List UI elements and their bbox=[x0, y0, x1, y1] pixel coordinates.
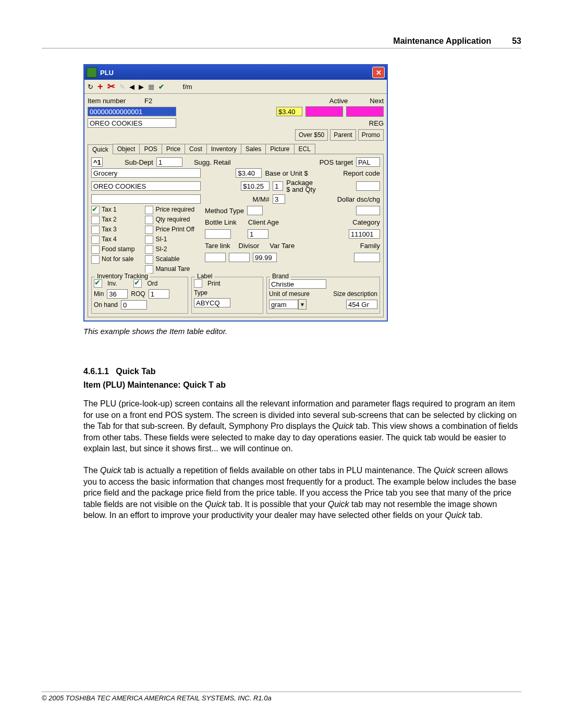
parent-button[interactable]: Parent bbox=[330, 129, 356, 141]
paragraph-1: The PLU (price-look-up) screen contains … bbox=[83, 398, 521, 454]
tab-quick[interactable]: Quick bbox=[88, 144, 113, 154]
add-icon[interactable]: + bbox=[97, 81, 103, 92]
page-number: 53 bbox=[512, 36, 521, 46]
min-field[interactable]: 36 bbox=[107, 289, 128, 299]
brand-field[interactable]: Christie bbox=[269, 279, 326, 289]
tab-price[interactable]: Price bbox=[162, 144, 185, 154]
family-field[interactable] bbox=[354, 253, 380, 262]
subdept-field[interactable]: 1 bbox=[156, 157, 182, 167]
right-fields: Method Type Bottle LinkClient AgeCategor… bbox=[205, 206, 380, 274]
divisor-field[interactable] bbox=[229, 253, 250, 262]
f2-hint: F2 bbox=[144, 97, 152, 105]
item-number-field[interactable]: 00000000000001 bbox=[88, 107, 176, 116]
dollar-dsc-field[interactable] bbox=[356, 206, 380, 215]
page-footer: © 2005 TOSHIBA TEC AMERICA AMERICA RETAI… bbox=[42, 692, 521, 702]
pricereq-checkbox[interactable] bbox=[145, 206, 153, 214]
description-field[interactable]: OREO COOKIES bbox=[88, 118, 176, 128]
report-code-field[interactable] bbox=[356, 181, 380, 191]
dollar-dsc-label: Dollar dsc/chg bbox=[337, 195, 380, 203]
unit-dropdown[interactable]: gram▼ bbox=[269, 299, 307, 310]
print-checkbox[interactable] bbox=[194, 279, 202, 288]
checkbox-col-2: Price required Qty required Price Print … bbox=[145, 206, 194, 274]
bottle-link-field[interactable] bbox=[205, 229, 231, 239]
brand-group: Brand Christie Unit of mesureSize descri… bbox=[266, 277, 380, 314]
item-number-label: Item number bbox=[88, 97, 126, 105]
tab-ecl[interactable]: ECL bbox=[294, 144, 315, 154]
tax1-checkbox[interactable] bbox=[91, 206, 100, 214]
client-age-field[interactable]: 1 bbox=[248, 229, 268, 239]
subdept-label: Sub-Dept bbox=[125, 158, 153, 166]
refresh-icon[interactable]: ↻ bbox=[88, 83, 93, 91]
tab-object[interactable]: Object bbox=[113, 144, 140, 154]
mm-label: M/M# bbox=[253, 195, 270, 203]
over50-button[interactable]: Over $50 bbox=[295, 129, 328, 141]
check-icon[interactable]: ✔ bbox=[158, 83, 164, 91]
reg-label: REG bbox=[369, 119, 384, 127]
section-subtitle: Item (PLU) Maintenance: Quick T ab bbox=[83, 380, 521, 390]
tax3-checkbox[interactable] bbox=[91, 226, 100, 234]
toolbar: ↻ + ✂ ✎ ◀ ▶ ▦ ✔ f/m bbox=[84, 80, 387, 94]
page: Maintenance Application 53 PLU ✕ ↻ + ✂ ✎… bbox=[0, 0, 563, 728]
close-icon[interactable]: ✕ bbox=[372, 67, 385, 78]
si1-checkbox[interactable] bbox=[145, 236, 153, 244]
notforsale-checkbox[interactable] bbox=[91, 255, 100, 264]
scalable-checkbox[interactable] bbox=[145, 255, 153, 264]
tab-picture[interactable]: Picture bbox=[265, 144, 294, 154]
pkg-label: Package $ and Qty bbox=[286, 179, 315, 193]
label-type-field[interactable]: ABYCQ bbox=[194, 298, 230, 307]
subdept-name-field[interactable]: Grocery bbox=[91, 168, 201, 178]
inv-checkbox[interactable] bbox=[94, 279, 102, 288]
priceprintoff-checkbox[interactable] bbox=[145, 226, 153, 234]
tab-pos[interactable]: POS bbox=[139, 144, 162, 154]
qtyreq-checkbox[interactable] bbox=[145, 216, 153, 224]
cut-icon[interactable]: ✂ bbox=[107, 81, 115, 92]
grid-icon[interactable]: ▦ bbox=[148, 83, 154, 91]
prev-icon[interactable]: ◀ bbox=[129, 83, 134, 91]
pos-target-label: POS target bbox=[320, 158, 353, 166]
pkg-price-field[interactable]: $10.25 bbox=[241, 181, 270, 191]
titlebar[interactable]: PLU ✕ bbox=[84, 65, 387, 80]
sugg-retail-label: Sugg. Retail bbox=[194, 158, 231, 166]
base-unit-label: Base or Unit $ bbox=[265, 169, 308, 177]
page-header: Maintenance Application 53 bbox=[42, 36, 521, 48]
roq-field[interactable]: 1 bbox=[149, 289, 169, 299]
desc2-field[interactable]: OREO COOKIES bbox=[91, 181, 201, 191]
checkbox-col-1: Tax 1 Tax 2 Tax 3 Tax 4 Food stamp Not f… bbox=[91, 206, 134, 274]
tab-inventory[interactable]: Inventory bbox=[206, 144, 241, 154]
pos-target-field[interactable]: PAL bbox=[356, 157, 380, 167]
figure-caption: This example shows the Item table editor… bbox=[83, 327, 521, 336]
si2-checkbox[interactable] bbox=[145, 245, 153, 254]
tab-sales[interactable]: Sales bbox=[241, 144, 266, 154]
method-type-field[interactable] bbox=[247, 206, 263, 215]
onhand-field[interactable]: 0 bbox=[121, 300, 147, 310]
active-price: $3.40 bbox=[276, 107, 302, 116]
report-code-label: Report code bbox=[343, 169, 380, 177]
tax2-checkbox[interactable] bbox=[91, 216, 100, 224]
inventory-tracking-group: Inventory Tracking Inv.Ord Min36ROQ1 On … bbox=[91, 277, 188, 314]
promo-button[interactable]: Promo bbox=[358, 129, 384, 141]
ord-checkbox[interactable] bbox=[133, 279, 142, 288]
var-tare-field[interactable]: 99.99 bbox=[253, 253, 277, 262]
magenta-box-1 bbox=[305, 106, 343, 117]
paragraph-2: The Quick tab is actually a repetition o… bbox=[83, 465, 521, 521]
quick-pane: ^1 Sub-Dept 1 Sugg. Retail POS target PA… bbox=[88, 154, 384, 317]
category-field[interactable]: 111001 bbox=[349, 229, 380, 239]
header-title: Maintenance Application bbox=[393, 36, 491, 46]
app-icon bbox=[87, 67, 97, 78]
tax4-checkbox[interactable] bbox=[91, 236, 100, 244]
chevron-down-icon[interactable]: ▼ bbox=[298, 299, 307, 310]
extra-desc-field[interactable] bbox=[91, 194, 201, 204]
tab-cost[interactable]: Cost bbox=[185, 144, 207, 154]
mm-field[interactable]: 3 bbox=[273, 194, 285, 204]
tare-link-field[interactable] bbox=[205, 253, 226, 262]
label-group: Label Print Type ABYCQ bbox=[191, 277, 263, 314]
next-label: Next bbox=[370, 97, 384, 105]
next-icon[interactable]: ▶ bbox=[139, 83, 144, 91]
section-heading: 4.6.1.1 Quick Tab bbox=[83, 367, 521, 376]
sugg-retail-field[interactable]: $3.40 bbox=[236, 168, 262, 178]
size-desc-field[interactable]: 454 Gr bbox=[346, 300, 377, 309]
pkg-qty-field[interactable]: 1 bbox=[273, 181, 283, 191]
foodstamp-checkbox[interactable] bbox=[91, 245, 100, 254]
edit-icon[interactable]: ✎ bbox=[119, 83, 125, 91]
tab-strip: Quick Object POS Price Cost Inventory Sa… bbox=[88, 144, 384, 154]
